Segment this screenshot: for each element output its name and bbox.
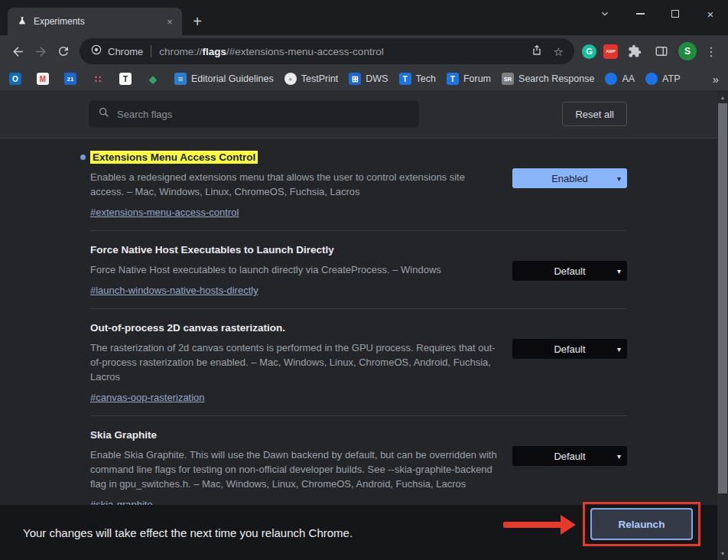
new-tab-button[interactable]: + (187, 11, 208, 32)
bookmark-item[interactable]: ◆ (147, 73, 164, 85)
bookmark-item[interactable]: SRSearch Response (502, 73, 594, 85)
bookmark-item[interactable]: ⊞DWS (349, 73, 388, 85)
chevron-down-icon: ▾ (617, 174, 621, 183)
bookmark-item[interactable]: ∷ (92, 73, 109, 85)
tab-experiments[interactable]: Experiments × (8, 8, 182, 35)
flag-control: Default ▾ (512, 429, 627, 505)
flag-description: Enable Skia Graphite. This will use the … (90, 448, 500, 491)
maximize-button[interactable] (658, 0, 693, 28)
flag-row: Force Native Host Executables to Launch … (90, 231, 627, 309)
printer-icon: ● (284, 73, 297, 85)
grammarly-extension-icon[interactable]: G (582, 44, 596, 59)
sr-badge-icon: SR (502, 73, 514, 85)
site-info-icon[interactable] (90, 44, 102, 59)
scroll-up-arrow-icon[interactable]: ▲ (717, 92, 728, 103)
outlook-icon: O (9, 73, 21, 85)
bookmark-item[interactable]: M (37, 73, 54, 85)
chevron-down-icon: ▾ (617, 267, 621, 275)
flag-permalink[interactable]: #canvas-oop-rasterization (90, 392, 205, 403)
window-controls: × (587, 0, 728, 28)
calendar-icon: 21 (64, 73, 76, 85)
flag-row: Extensions Menu Access Control Enables a… (90, 138, 627, 231)
annotation-arrow (503, 522, 561, 528)
flag-permalink[interactable]: #extensions-menu-access-control (90, 207, 239, 218)
flag-value-select[interactable]: Enabled ▾ (512, 168, 627, 188)
flag-control: Default ▾ (512, 244, 627, 297)
flag-permalink[interactable]: #launch-windows-native-hosts-directly (90, 285, 258, 296)
bookmark-item[interactable]: ATP (645, 73, 680, 85)
side-panel-icon[interactable] (652, 41, 671, 61)
bookmark-item[interactable]: TForum (447, 73, 491, 85)
address-bar[interactable]: Chrome chrome://flags/#extensions-menu-a… (80, 38, 574, 64)
bookmark-item[interactable]: T (119, 73, 136, 85)
bookmarks-overflow-chevron-icon[interactable]: » (713, 73, 719, 86)
bookmark-label: Search Response (518, 73, 594, 84)
search-field[interactable] (89, 100, 419, 128)
bookmark-item[interactable]: TTech (399, 73, 436, 85)
flag-main: Extensions Menu Access Control Enables a… (90, 151, 512, 219)
flag-control: Default ▾ (512, 322, 627, 404)
profile-avatar[interactable]: S (678, 42, 697, 60)
extensions-area: G ABP S ⋮ (579, 41, 722, 61)
relaunch-message: Your changes will take effect the next t… (23, 526, 353, 539)
bookmark-label: DWS (366, 73, 388, 84)
flag-value-select[interactable]: Default ▾ (512, 339, 627, 359)
share-icon[interactable] (531, 44, 543, 59)
flag-main: Skia Graphite Enable Skia Graphite. This… (90, 429, 512, 505)
browser-window: Experiments × + × Chrome (0, 0, 728, 560)
tab-search-chevron-icon[interactable] (587, 0, 622, 28)
bookmark-star-icon[interactable]: ☆ (554, 46, 564, 57)
grid-icon: ⊞ (349, 73, 361, 85)
flag-main: Force Native Host Executables to Launch … (90, 244, 512, 297)
close-button[interactable]: × (693, 0, 728, 28)
vertical-scrollbar[interactable]: ▲ ▼ (717, 90, 728, 560)
active-flag-bullet (80, 155, 86, 160)
flag-title: Force Native Host Executables to Launch … (90, 244, 500, 256)
search-icon (98, 106, 110, 122)
flag-description: Force Native Host executables to launch … (90, 262, 500, 277)
bookmark-item[interactable]: 21 (64, 73, 81, 85)
gmail-icon: M (37, 73, 49, 85)
flag-value-select[interactable]: Default ▾ (512, 446, 627, 466)
flag-title: Extensions Menu Access Control (90, 151, 500, 163)
omnibox-actions: ☆ (523, 44, 564, 59)
chevron-down-icon: ▾ (617, 452, 621, 461)
back-button[interactable] (6, 40, 29, 63)
bookmark-label: TestPrint (301, 73, 339, 84)
adblock-plus-extension-icon[interactable]: ABP (603, 44, 618, 59)
relaunch-button[interactable]: Relaunch (590, 508, 693, 540)
tab-close-icon[interactable]: × (164, 15, 176, 28)
flag-title-text: Skia Graphite (90, 429, 157, 441)
flag-permalink[interactable]: #skia-graphite (90, 499, 153, 505)
document-icon: ≡ (174, 73, 187, 85)
t-tile-icon: T (119, 73, 132, 85)
bookmark-item[interactable]: ●TestPrint (284, 73, 339, 85)
reload-button[interactable] (52, 40, 75, 63)
dots-app-icon: ∷ (92, 73, 104, 85)
search-input[interactable] (117, 109, 410, 120)
bookmark-item[interactable]: ≡Editorial Guidelines (174, 73, 274, 85)
flag-value-select[interactable]: Default ▾ (512, 261, 627, 281)
globe-icon (605, 73, 617, 85)
flag-value-label: Enabled (551, 173, 588, 184)
toolbar: Chrome chrome://flags/#extensions-menu-a… (0, 35, 728, 67)
atp-site-icon (645, 73, 658, 85)
extensions-puzzle-icon[interactable] (625, 41, 645, 61)
flag-title-text: Out-of-process 2D canvas rasterization. (90, 322, 285, 334)
flag-description: Enables a redesigned extensions menu tha… (90, 170, 500, 199)
chevron-down-icon: ▾ (617, 345, 621, 353)
bookmark-item[interactable]: O (9, 73, 26, 85)
minimize-button[interactable] (622, 0, 658, 28)
flag-title: Skia Graphite (90, 429, 500, 441)
scrollbar-thumb[interactable] (718, 103, 727, 493)
flag-control: Enabled ▾ (512, 151, 627, 219)
reset-all-button[interactable]: Reset all (562, 102, 627, 126)
bookmark-item[interactable]: AA (605, 73, 635, 85)
scroll-down-arrow-icon[interactable]: ▼ (717, 548, 728, 558)
flag-row: Out-of-process 2D canvas rasterization. … (90, 309, 627, 416)
browser-menu-icon[interactable]: ⋮ (704, 44, 719, 59)
flask-icon (17, 16, 28, 27)
forward-button[interactable] (29, 40, 52, 63)
flags-list: Extensions Menu Access Control Enables a… (0, 138, 717, 505)
flag-title: Out-of-process 2D canvas rasterization. (90, 322, 500, 334)
